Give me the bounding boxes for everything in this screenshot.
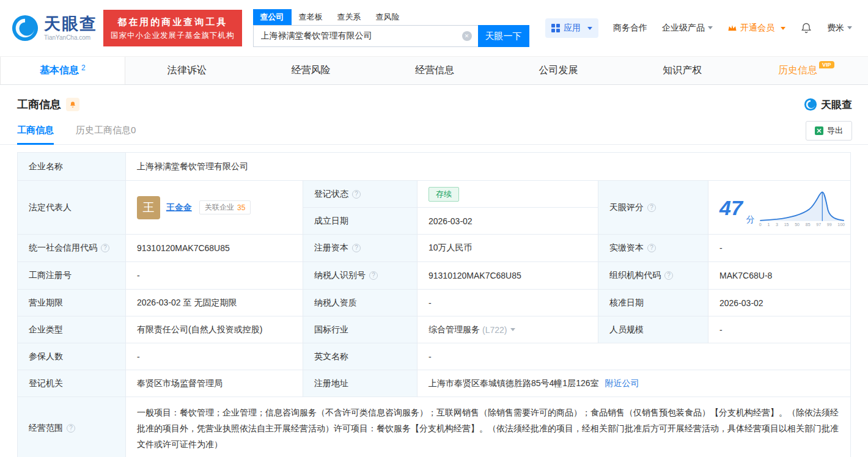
tab-basic-info[interactable]: 基本信息 2 [0,57,125,84]
taxpayer-quality-value: - [417,290,598,316]
apps-menu[interactable]: 应用 [545,18,598,38]
help-icon[interactable] [352,190,361,199]
reg-status-value: 存续 [417,181,598,208]
brand-banner: 都在用的商业查询工具 国家中小企业发展子基金旗下机构 [103,10,242,46]
user-menu[interactable]: 费米 [827,23,852,34]
help-icon[interactable] [664,271,673,280]
status-badge: 存续 [428,187,459,202]
legal-rep-name-link[interactable]: 王金金 [166,202,192,213]
notification-bell-icon[interactable] [800,22,812,34]
english-name-label: 英文名称 [303,343,417,370]
tab-company-development[interactable]: 公司发展 [496,57,620,84]
tab-history-info[interactable]: 历史信息 VIP [744,57,868,84]
tab-operational-risk-label: 经营风险 [291,64,330,77]
tab-legal-proceedings-label: 法律诉讼 [167,64,207,77]
reg-capital-value: 10万人民币 [417,235,598,262]
staff-size-value: - [708,316,851,343]
vip-badge: VIP [819,61,834,68]
chevron-down-icon [781,27,785,30]
help-icon[interactable] [352,244,361,252]
nearby-companies-link[interactable]: 附近公司 [605,378,639,389]
tianyancha-logo[interactable]: 天眼查 TianYanCha.com [11,14,97,42]
enterprise-products-menu[interactable]: 企业级产品 [662,23,713,34]
business-term-label: 营业期限 [18,290,126,316]
industry-label: 国标行业 [303,316,417,343]
logo-name: 天眼查 [44,16,97,32]
score-distribution-chart [759,188,845,222]
help-icon[interactable] [101,244,109,252]
taxpayer-id-value: 91310120MAK7C68U85 [417,262,598,290]
subtab-history-business-info[interactable]: 历史工商信息0 [76,117,136,144]
apps-grid-icon [551,24,560,32]
crown-icon [727,24,737,32]
help-icon[interactable] [647,244,656,252]
section-header: 工商信息 天眼查 [0,85,868,117]
tab-intellectual-property[interactable]: 知识产权 [620,57,745,84]
export-button[interactable]: 导出 [806,121,852,141]
vip-upgrade-link[interactable]: 开通会员 [727,23,785,34]
search-button[interactable]: 天眼一下 [478,25,529,47]
vip-upgrade-label: 开通会员 [740,23,774,34]
reg-number-value: - [126,262,303,290]
biz-cooperation-link[interactable]: 商务合作 [613,23,647,34]
taxpayer-quality-label: 纳税人资质 [303,290,417,316]
insured-count-label: 参保人数 [18,343,126,370]
registry-value: 奉贤区市场监督管理局 [126,370,303,397]
tab-business-info[interactable]: 经营信息 [373,57,497,84]
company-name-label: 企业名称 [18,153,126,181]
related-companies-chip[interactable]: 关联企业 35 [199,200,251,214]
user-name: 费米 [827,23,844,32]
legal-rep-avatar[interactable]: 王 [137,196,160,219]
subtab-business-info[interactable]: 工商信息 [17,117,54,144]
banner-line1: 都在用的商业查询工具 [111,15,235,29]
reg-number-label: 工商注册号 [18,262,126,290]
approval-date-value: 2026-03-02 [708,290,851,316]
search-input[interactable] [253,25,478,47]
search-tabs: 查公司 查老板 查关系 查风险 [253,9,529,25]
tianyancha-logo-icon [804,98,817,111]
search-row: 天眼一下 [253,25,529,47]
uscc-label: 统一社会信用代码 [18,235,126,262]
staff-size-label: 人员规模 [598,316,708,343]
chevron-down-icon[interactable] [510,328,515,331]
english-name-value: - [417,343,851,370]
help-icon[interactable] [369,271,378,280]
search-tab-boss[interactable]: 查老板 [292,9,330,25]
score-unit: 分 [746,214,755,225]
excel-icon [815,126,823,135]
clear-search-icon[interactable] [462,31,472,41]
org-code-label: 组织机构代码 [598,262,708,290]
established-date-value: 2026-03-02 [417,208,598,235]
help-icon[interactable] [647,203,656,212]
registry-label: 登记机关 [18,370,126,397]
business-info-table: 企业名称 上海禄满堂餐饮管理有限公司 法定代表人 王 王金金 关联企业 35 登… [17,152,851,457]
apps-menu-label: 应用 [564,23,581,34]
logo-text: 天眼查 TianYanCha.com [44,16,97,41]
score-chart-wrap: 0131550859799100 [759,188,845,227]
score-axis-ticks: 0131550859799100 [759,222,845,227]
business-scope-value: 一般项目：餐饮管理；企业管理；信息咨询服务（不含许可类信息咨询服务）；互联网销售… [126,397,851,457]
tab-legal-proceedings[interactable]: 法律诉讼 [125,57,249,84]
paid-capital-label: 实缴资本 [598,235,708,262]
search-tab-company[interactable]: 查公司 [253,9,292,25]
search-tab-risk[interactable]: 查风险 [369,9,407,25]
score-label: 天眼评分 [598,181,708,235]
related-companies-label: 关联企业 [205,202,234,213]
main-nav-tabs: 基本信息 2 法律诉讼 经营风险 经营信息 公司发展 知识产权 历史信息 VIP [0,56,868,85]
business-scope-label: 经营范围 [18,397,126,457]
section-title: 工商信息 [17,97,61,112]
chevron-down-icon [708,26,713,29]
chevron-down-icon [847,26,852,29]
company-type-value: 有限责任公司(自然人投资或控股) [126,316,303,343]
legal-rep-label: 法定代表人 [18,181,126,235]
tab-intellectual-property-label: 知识产权 [663,64,702,77]
help-icon[interactable] [67,424,75,433]
top-header: 天眼查 TianYanCha.com 都在用的商业查询工具 国家中小企业发展子基… [0,0,868,56]
industry-value: 综合管理服务 (L722) [417,316,598,343]
page: 天眼查 TianYanCha.com 都在用的商业查询工具 国家中小企业发展子基… [0,0,868,457]
tab-operational-risk[interactable]: 经营风险 [249,57,373,84]
subscribe-bell-icon[interactable] [66,98,79,111]
tianyancha-watermark-logo: 天眼查 [804,98,852,112]
search-tab-relation[interactable]: 查关系 [330,9,369,25]
legal-rep-value: 王 王金金 关联企业 35 [126,181,303,235]
